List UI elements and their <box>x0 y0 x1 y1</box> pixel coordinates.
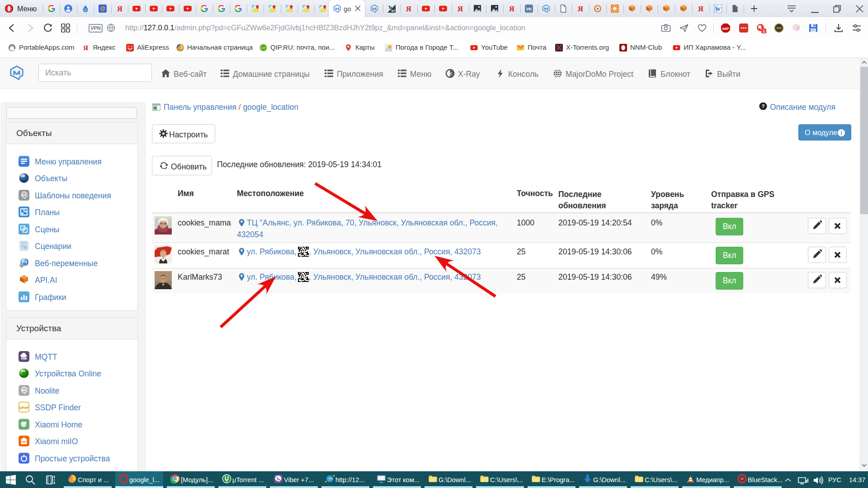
svg-text:W: W <box>715 5 721 12</box>
svg-text:TXT: TXT <box>776 27 782 30</box>
svg-text:ы: ы <box>392 8 395 13</box>
svg-text:Я: Я <box>117 5 123 13</box>
svg-text:Я: Я <box>509 5 514 13</box>
svg-text:Я: Я <box>406 5 411 13</box>
svg-text:Я: Я <box>83 44 88 52</box>
svg-text:ABP: ABP <box>722 27 729 31</box>
svg-text:@: @ <box>100 5 105 12</box>
svg-text:Я: Я <box>698 5 703 13</box>
svg-text:Я: Я <box>578 5 583 13</box>
svg-text:Я: Я <box>458 5 463 13</box>
svg-text:1: 1 <box>763 29 765 33</box>
svg-text:VK: VK <box>526 7 532 11</box>
svg-text:QIP: QIP <box>261 47 266 49</box>
